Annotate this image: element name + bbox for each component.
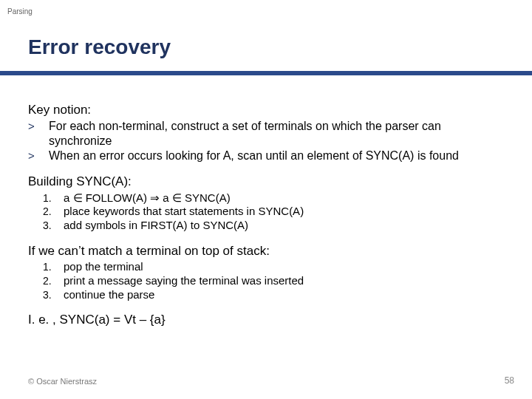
nomatch-lead: If we can’t match a terminal on top of s… (28, 243, 504, 259)
content-area: Key notion: > For each non-terminal, con… (28, 102, 504, 330)
build-item-2: place keywords that start statements in … (64, 205, 504, 219)
list-item: 2. print a message saying the terminal w… (43, 274, 504, 288)
list-item: 1. pop the terminal (43, 260, 504, 274)
page-title: Error recovery (28, 35, 171, 59)
build-item-1: a ∈ FOLLOW(A) ⇒ a ∈ SYNC(A) (64, 191, 504, 205)
building-section: Building SYNC(A): 1. a ∈ FOLLOW(A) ⇒ a ∈… (28, 174, 504, 233)
footer-copyright: © Oscar Nierstrasz (28, 377, 97, 386)
key-item-1: For each non-terminal, construct a set o… (49, 119, 504, 149)
build-item-3: add symbols in FIRST(A) to SYNC(A) (64, 219, 504, 233)
list-number: 3. (43, 288, 64, 302)
key-notion-lead: Key notion: (28, 102, 504, 117)
list-item: 2. place keywords that start statements … (43, 205, 504, 219)
list-number: 3. (43, 219, 64, 233)
key-item-2: When an error occurs looking for A, scan… (49, 149, 504, 163)
building-lead: Building SYNC(A): (28, 174, 504, 189)
nomatch-item-3: continue the parse (64, 288, 504, 302)
slide: Parsing Error recovery Key notion: > For… (0, 0, 532, 399)
list-item: > For each non-terminal, construct a set… (28, 119, 504, 149)
list-item: 3. add symbols in FIRST(A) to SYNC(A) (43, 219, 504, 233)
list-number: 2. (43, 274, 64, 288)
ie-line: I. e. , SYNC(a) = Vt – {a} (28, 312, 504, 327)
list-number: 1. (43, 260, 64, 274)
list-number: 1. (43, 191, 64, 205)
nomatch-section: If we can’t match a terminal on top of s… (28, 243, 504, 302)
list-item: 1. a ∈ FOLLOW(A) ⇒ a ∈ SYNC(A) (43, 191, 504, 205)
nomatch-item-1: pop the terminal (64, 260, 504, 274)
list-item: 3. continue the parse (43, 288, 504, 302)
nomatch-item-2: print a message saying the terminal was … (64, 274, 504, 288)
title-rule (0, 71, 532, 75)
page-number: 58 (505, 375, 514, 386)
list-number: 2. (43, 205, 64, 219)
list-item: > When an error occurs looking for A, sc… (28, 149, 504, 163)
chevron-right-icon: > (28, 119, 49, 149)
key-notion-section: Key notion: > For each non-terminal, con… (28, 102, 504, 163)
chevron-right-icon: > (28, 149, 49, 163)
topic-label: Parsing (7, 7, 33, 16)
